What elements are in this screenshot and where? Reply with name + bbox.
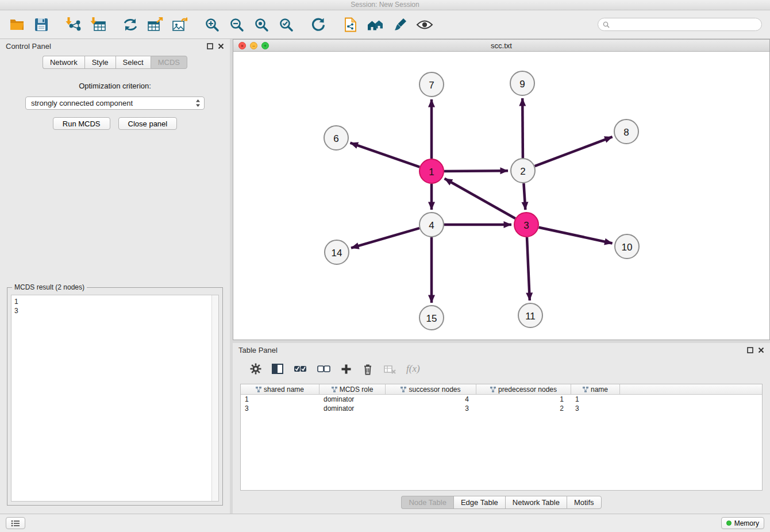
optimization-select[interactable]: strongly connected component: [25, 97, 205, 110]
column-header-mcds-role[interactable]: MCDS role: [319, 384, 386, 395]
graph-node-9[interactable]: 9: [510, 71, 534, 95]
network-graph[interactable]: 7968124314101511: [233, 52, 769, 340]
export-table-icon[interactable]: [147, 16, 164, 33]
optimization-select-value: strongly connected component: [31, 99, 133, 107]
svg-text:8: 8: [623, 127, 629, 138]
graph-edge-1-2[interactable]: [444, 171, 508, 171]
table-cell[interactable]: 3: [241, 404, 319, 413]
tab-style[interactable]: Style: [84, 56, 116, 69]
column-header-name[interactable]: name: [571, 384, 620, 395]
refresh-icon[interactable]: [310, 16, 327, 33]
float-panel-icon[interactable]: [207, 43, 213, 49]
graph-node-14[interactable]: 14: [325, 240, 349, 264]
network-overview-icon[interactable]: [367, 16, 384, 33]
memory-button[interactable]: Memory: [721, 517, 764, 529]
open-session-icon[interactable]: [8, 16, 25, 33]
table-cell[interactable]: 2: [476, 404, 571, 413]
table-tabs: Node Table Edge Table Network Table Moti…: [233, 491, 770, 514]
graph-node-11[interactable]: 11: [518, 303, 542, 327]
table-panel-header: Table Panel: [233, 343, 770, 356]
search-input[interactable]: [613, 21, 757, 29]
main-toolbar: [0, 10, 770, 39]
tab-node-table[interactable]: Node Table: [401, 496, 453, 509]
float-table-panel-icon[interactable]: [747, 347, 753, 353]
graph-edge-1-6[interactable]: [351, 143, 420, 167]
graph-node-8[interactable]: 8: [614, 119, 638, 144]
export-image-icon[interactable]: [171, 16, 188, 33]
svg-text:14: 14: [332, 248, 342, 259]
minimize-window-icon[interactable]: [250, 42, 257, 49]
table-cell[interactable]: 3: [571, 404, 620, 413]
tab-edge-table[interactable]: Edge Table: [453, 496, 505, 509]
export-network-icon[interactable]: [122, 16, 139, 33]
graph-edge-2-9[interactable]: [522, 98, 523, 158]
graph-node-1[interactable]: 1: [419, 159, 444, 183]
delete-column-icon[interactable]: [362, 363, 374, 375]
import-table-icon[interactable]: [90, 16, 107, 33]
add-column-icon[interactable]: [341, 364, 352, 375]
graph-edge-3-1[interactable]: [445, 179, 515, 218]
mcds-result-list[interactable]: 1 3: [11, 295, 219, 502]
control-panel-header: Control Panel: [0, 39, 230, 52]
result-scrollbar[interactable]: [211, 295, 218, 501]
column-header-successor-nodes[interactable]: successor nodes: [386, 384, 476, 395]
table-cell[interactable]: 1: [241, 395, 319, 404]
unselect-all-columns-icon[interactable]: [317, 364, 330, 374]
table-cell[interactable]: 4: [386, 395, 476, 404]
graph-node-2[interactable]: 2: [511, 159, 535, 183]
zoom-in-icon[interactable]: [203, 16, 221, 33]
tab-mcds[interactable]: MCDS: [151, 56, 187, 69]
table-cell[interactable]: 1: [571, 395, 620, 404]
close-window-icon[interactable]: [238, 42, 246, 49]
graph-edge-3-10[interactable]: [539, 228, 613, 244]
graph-edge-2-8[interactable]: [535, 137, 613, 166]
column-header-predecessor-nodes[interactable]: predecessor nodes: [476, 384, 571, 395]
copy-network-icon[interactable]: [342, 16, 359, 33]
column-header-shared-name[interactable]: shared name: [241, 384, 319, 395]
table-row[interactable]: 3 dominator 3 2 3: [241, 404, 762, 413]
zoom-selected-icon[interactable]: [278, 16, 295, 33]
save-session-icon[interactable]: [33, 16, 50, 33]
zoom-out-icon[interactable]: [228, 16, 245, 33]
tab-network-table[interactable]: Network Table: [505, 496, 567, 509]
graph-node-4[interactable]: 4: [419, 213, 444, 237]
gear-icon[interactable]: [250, 363, 261, 375]
right-column: scc.txt 7968124314101511 Table Panel: [233, 39, 770, 514]
apply-style-icon[interactable]: [391, 16, 409, 33]
graph-node-10[interactable]: 10: [615, 234, 639, 259]
graph-edge-4-14[interactable]: [351, 228, 419, 248]
show-graphics-details-icon[interactable]: [416, 16, 433, 33]
zoom-fit-icon[interactable]: [253, 16, 270, 33]
network-window-titlebar: scc.txt: [233, 40, 769, 52]
graph-edge-3-11[interactable]: [527, 237, 530, 300]
toolbar-search[interactable]: [598, 18, 762, 31]
window-titlebar: Session: New Session: [0, 0, 770, 10]
close-panel-button[interactable]: Close panel: [118, 117, 178, 130]
tab-motifs[interactable]: Motifs: [567, 496, 602, 509]
network-canvas[interactable]: 7968124314101511: [233, 52, 769, 340]
svg-text:11: 11: [525, 311, 536, 322]
close-table-panel-icon[interactable]: [758, 347, 764, 353]
table-cell[interactable]: dominator: [319, 395, 386, 404]
tab-select[interactable]: Select: [116, 56, 151, 69]
svg-text:1: 1: [429, 167, 434, 178]
table-cell[interactable]: 1: [476, 395, 571, 404]
graph-node-7[interactable]: 7: [419, 72, 444, 97]
run-mcds-button[interactable]: Run MCDS: [53, 117, 110, 130]
maximize-window-icon[interactable]: [261, 42, 269, 49]
control-panel-tabs: Network Style Select MCDS: [0, 56, 230, 69]
table-cell[interactable]: dominator: [319, 404, 386, 413]
function-builder-icon: f(x): [406, 363, 420, 375]
task-history-button[interactable]: [6, 517, 25, 529]
show-columns-icon[interactable]: [272, 364, 283, 374]
graph-edge-2-3[interactable]: [523, 183, 525, 210]
import-network-icon[interactable]: [65, 16, 82, 33]
table-row[interactable]: 1 dominator 4 1 1: [241, 395, 762, 404]
tab-network[interactable]: Network: [43, 56, 84, 69]
graph-node-15[interactable]: 15: [419, 306, 444, 330]
select-all-columns-icon[interactable]: [294, 364, 307, 374]
graph-node-3[interactable]: 3: [514, 213, 538, 237]
graph-node-6[interactable]: 6: [324, 126, 348, 150]
table-cell[interactable]: 3: [386, 404, 476, 413]
close-panel-icon[interactable]: [218, 43, 224, 49]
